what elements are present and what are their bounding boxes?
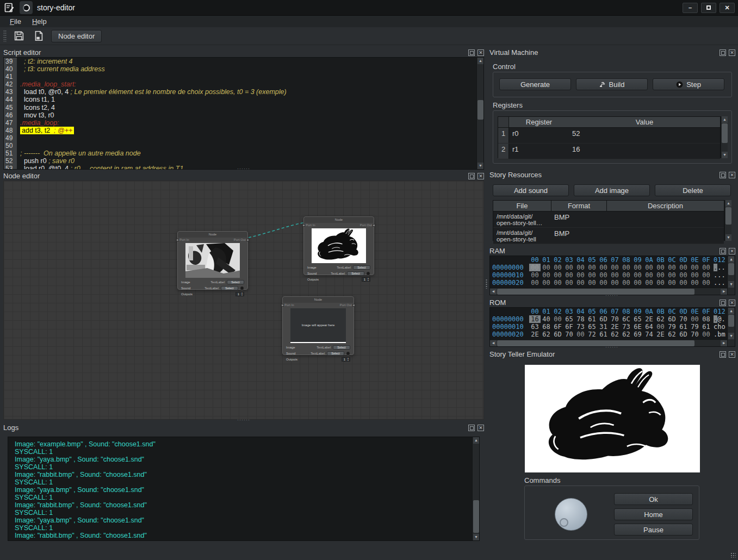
- add-sound-button[interactable]: Add sound: [493, 184, 569, 196]
- media-node[interactable]: Node Port In Port Out Image will appear …: [282, 296, 354, 355]
- resources-scrollbar[interactable]: ▲ ▼: [724, 200, 731, 241]
- scroll-up-icon[interactable]: ▲: [473, 437, 479, 444]
- port-in[interactable]: [176, 239, 179, 241]
- float-panel-icon[interactable]: [468, 173, 475, 179]
- node-title[interactable]: Node: [283, 297, 354, 303]
- scroll-down-icon[interactable]: ▼: [722, 152, 728, 158]
- code-line[interactable]: 46 mov t3, r0: [4, 111, 483, 119]
- scroll-up-icon[interactable]: ▲: [728, 308, 734, 314]
- code-line[interactable]: 40 ; t3: current media address: [4, 65, 483, 73]
- float-panel-icon[interactable]: [468, 49, 475, 56]
- rotary-knob[interactable]: [555, 498, 587, 531]
- code-line[interactable]: 49: [4, 134, 483, 142]
- media-node[interactable]: Node Port In Port Out Image TextLabel Se…: [303, 216, 374, 275]
- node-canvas[interactable]: Node Port In Port Out: [3, 181, 484, 420]
- play-sound-button[interactable]: [240, 286, 244, 290]
- resource-row[interactable]: /mnt/data/git/open-story-tell…BMP: [493, 211, 724, 228]
- generate-button[interactable]: Generate: [499, 78, 571, 90]
- close-panel-icon[interactable]: ✕: [729, 172, 735, 178]
- rom-hex-view[interactable]: 000102030405060708090A0B0C0D0E0F01200000…: [489, 307, 735, 347]
- scroll-up-icon[interactable]: ▲: [722, 116, 728, 123]
- ram-vscrollbar[interactable]: ▲ ▼: [727, 256, 735, 295]
- node-title[interactable]: Node: [304, 217, 374, 223]
- float-panel-icon[interactable]: [468, 425, 475, 431]
- step-button[interactable]: Step: [653, 78, 724, 90]
- splitter-rom-emulator[interactable]: ······: [605, 344, 618, 350]
- code-line[interactable]: 44 lcons t1, 1: [4, 96, 483, 103]
- splitter-node-logs[interactable]: ······: [237, 417, 250, 422]
- code-line[interactable]: 39 ; t2: increment 4: [4, 58, 483, 65]
- port-in[interactable]: [302, 224, 305, 227]
- select-sound-button[interactable]: Select: [327, 351, 344, 356]
- close-panel-icon[interactable]: ✕: [729, 248, 735, 254]
- scroll-right-icon[interactable]: ▶: [721, 289, 727, 295]
- close-panel-icon[interactable]: ✕: [729, 49, 735, 56]
- play-sound-button[interactable]: [366, 271, 370, 276]
- code-line[interactable]: 42.media_loop_start:: [4, 80, 483, 88]
- logs-scrollbar[interactable]: ▲ ▼: [472, 437, 479, 540]
- close-button[interactable]: ✕: [720, 3, 735, 13]
- node-editor-toolbar-button[interactable]: Node editor: [51, 30, 102, 42]
- scroll-right-icon[interactable]: ▶: [721, 340, 727, 346]
- scroll-left-icon[interactable]: ◀: [490, 289, 497, 295]
- scroll-down-icon[interactable]: ▼: [728, 281, 734, 288]
- port-in[interactable]: [281, 304, 284, 307]
- rom-vscrollbar[interactable]: ▲ ▼: [727, 308, 735, 346]
- hex-row[interactable]: 000000001640006578616D706C652E626D700008…: [490, 315, 735, 323]
- code-line[interactable]: 52 push r0 ; save r0: [4, 157, 483, 165]
- menu-help[interactable]: Help: [28, 17, 51, 26]
- logs-output[interactable]: Image: "example.bmp" , Sound: "choose1.s…: [8, 437, 480, 541]
- splitter-vertical[interactable]: [484, 48, 489, 546]
- select-image-button[interactable]: Select: [333, 345, 350, 350]
- registers-scrollbar[interactable]: ▲ ▼: [721, 116, 728, 158]
- hex-row[interactable]: 0000002000000000000000000000000000000000…: [490, 279, 735, 287]
- hex-row[interactable]: 0000001000000000000000000000000000000000…: [490, 271, 735, 279]
- float-panel-icon[interactable]: [720, 248, 726, 254]
- minimize-button[interactable]: –: [683, 3, 698, 13]
- save-icon[interactable]: [12, 29, 26, 43]
- maximize-button[interactable]: [701, 3, 716, 13]
- outputs-spinbox[interactable]: 1▲▼: [235, 292, 244, 296]
- code-line[interactable]: 47.media_loop:: [4, 119, 483, 127]
- code-line[interactable]: 51; ------- On appelle un autre media no…: [4, 150, 483, 157]
- float-panel-icon[interactable]: [720, 300, 726, 306]
- menu-file[interactable]: File: [5, 17, 26, 26]
- code-line[interactable]: 45 lcons t2, 4: [4, 104, 483, 111]
- hex-row[interactable]: 0000000000000000000000000000000000000000…: [490, 264, 735, 271]
- outputs-spinbox[interactable]: 1▲▼: [362, 277, 370, 282]
- scroll-down-icon[interactable]: ▼: [477, 163, 483, 169]
- scroll-up-icon[interactable]: ▲: [725, 200, 731, 207]
- scroll-left-icon[interactable]: ◀: [490, 340, 497, 346]
- select-image-button[interactable]: Select: [353, 265, 370, 270]
- hex-row[interactable]: 000000202E626D70007261626269742E626D7000…: [490, 331, 735, 338]
- play-sound-button[interactable]: [346, 351, 350, 356]
- close-panel-icon[interactable]: ✕: [729, 300, 735, 306]
- resource-row[interactable]: /mnt/data/git/open-story-tellBMP: [493, 228, 724, 244]
- scroll-up-icon[interactable]: ▲: [477, 58, 483, 64]
- ram-hex-view[interactable]: 000102030405060708090A0B0C0D0E0F01200000…: [489, 256, 735, 295]
- code-line[interactable]: 48add t3, t2 ; @++: [4, 127, 483, 134]
- port-out[interactable]: [352, 304, 355, 307]
- port-out[interactable]: [373, 224, 375, 227]
- close-panel-icon[interactable]: ✕: [477, 173, 484, 179]
- float-panel-icon[interactable]: [720, 49, 726, 56]
- scroll-up-icon[interactable]: ▲: [728, 256, 734, 263]
- code-line[interactable]: 43 load t0, @r0, 4 ; Le premier élément …: [4, 88, 483, 96]
- pause-button[interactable]: Pause: [614, 524, 693, 536]
- resources-table[interactable]: File Format Description /mnt/data/git/op…: [493, 200, 724, 241]
- float-panel-icon[interactable]: [720, 351, 726, 358]
- media-node[interactable]: Node Port In Port Out: [177, 231, 248, 290]
- register-row[interactable]: 2r116: [498, 144, 720, 159]
- script-scrollbar[interactable]: ▲ ▼: [476, 58, 483, 169]
- code-line[interactable]: 50: [4, 142, 483, 150]
- node-title[interactable]: Node: [178, 232, 247, 238]
- float-panel-icon[interactable]: [720, 172, 726, 178]
- script-editor-code[interactable]: 39 ; t2: increment 440 ; t3: current med…: [3, 57, 484, 170]
- code-line[interactable]: 41: [4, 73, 483, 80]
- close-panel-icon[interactable]: ✕: [477, 49, 484, 56]
- close-panel-icon[interactable]: ✕: [729, 351, 735, 358]
- add-image-button[interactable]: Add image: [574, 184, 650, 196]
- window-resize-grip[interactable]: [730, 552, 736, 558]
- port-out[interactable]: [246, 239, 249, 241]
- ok-button[interactable]: Ok: [614, 493, 693, 505]
